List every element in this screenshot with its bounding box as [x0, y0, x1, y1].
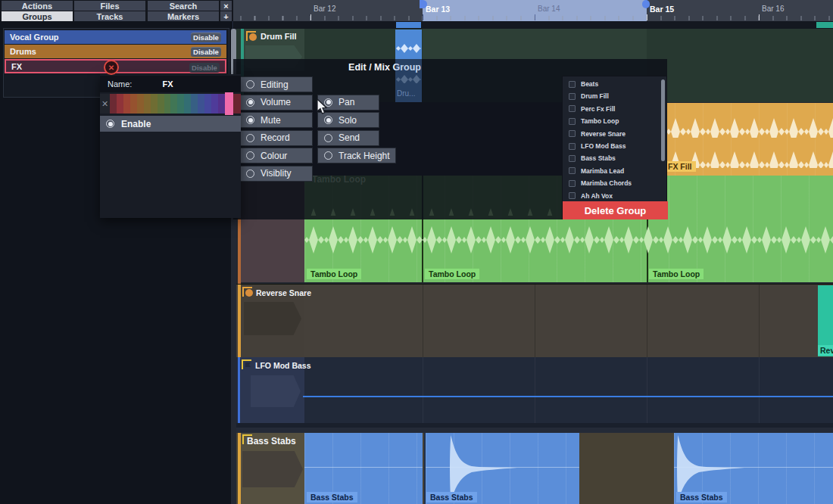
color-swatch[interactable]	[170, 94, 177, 114]
tab-actions[interactable]: Actions	[2, 1, 73, 11]
track-lane-reverse-snare[interactable]: Reverse Snare Rev	[236, 284, 833, 357]
option-label: Colour	[261, 151, 287, 161]
color-swatch[interactable]	[130, 94, 137, 114]
track-state-icon[interactable]	[245, 289, 253, 297]
option-mute[interactable]: Mute	[239, 112, 313, 128]
track-option-label: Tambo Loop	[581, 117, 619, 125]
radio-icon[interactable]	[246, 116, 254, 124]
radio-icon[interactable]	[324, 151, 332, 160]
option-editing[interactable]: Editing	[239, 76, 313, 92]
option-track-height[interactable]: Track Height	[317, 148, 396, 163]
track-checkbox-row[interactable]: Drum Fill	[569, 92, 609, 101]
checkbox[interactable]	[569, 180, 576, 187]
checkbox[interactable]	[569, 105, 576, 112]
track-header-reverse-snare[interactable]: Reverse Snare	[241, 285, 304, 357]
option-volume[interactable]: Volume	[239, 95, 313, 110]
color-swatch[interactable]	[177, 94, 184, 114]
disable-button[interactable]: Disable	[191, 33, 221, 42]
tab-tracks[interactable]: Tracks	[74, 11, 145, 21]
tab-groups[interactable]: Groups	[2, 11, 73, 21]
track-header-lfo-mod-bass[interactable]: LFO Mod Bass	[240, 357, 304, 423]
track-option-label: Ah Ah Vox	[581, 192, 613, 200]
group-row-vocal[interactable]: Vocal Group Disable	[5, 30, 226, 44]
color-swatch-selected[interactable]	[225, 92, 233, 115]
radio-icon[interactable]	[106, 120, 114, 128]
bar-label: Bar 13	[426, 5, 450, 14]
timeline-ruler[interactable]: Bar 12 Bar 13 Bar 14 Bar 15 Bar 16	[233, 0, 833, 22]
waveform	[304, 217, 833, 260]
option-visiblity[interactable]: Visiblity	[239, 166, 313, 182]
overview-clip-blue	[396, 22, 421, 28]
close-panel-icon[interactable]: ×	[220, 1, 232, 11]
track-checkbox-row[interactable]: Perc Fx Fill	[569, 104, 615, 114]
tab-markers[interactable]: Markers	[148, 11, 219, 21]
tab-files[interactable]: Files	[74, 1, 145, 11]
list-scrollbar[interactable]	[661, 79, 665, 161]
color-swatch[interactable]	[218, 94, 225, 114]
track-checkbox-row[interactable]: Marimba Chords	[569, 179, 632, 188]
tab-search[interactable]: Search	[148, 1, 219, 11]
automation-line[interactable]	[303, 396, 833, 397]
track-option-label: LFO Mod Bass	[581, 142, 626, 150]
color-swatch[interactable]	[110, 94, 117, 114]
color-swatch[interactable]	[151, 94, 158, 114]
clip-label: Tambo Loop	[649, 269, 704, 279]
waveform	[396, 74, 421, 83]
no-color-icon[interactable]: ✕	[100, 94, 110, 114]
radio-icon[interactable]	[324, 116, 332, 124]
color-swatch[interactable]	[158, 94, 164, 114]
color-swatch[interactable]	[211, 94, 218, 114]
enable-option[interactable]: Enable	[100, 116, 241, 132]
checkbox[interactable]	[569, 192, 576, 199]
color-swatch[interactable]	[191, 94, 198, 114]
track-checkbox-row[interactable]: LFO Mod Bass	[569, 142, 626, 151]
track-state-icon[interactable]	[249, 33, 257, 41]
color-swatch[interactable]	[117, 94, 123, 114]
ruler-ticks	[233, 16, 833, 20]
color-swatch[interactable]	[204, 94, 211, 114]
option-colour[interactable]: Colour	[239, 148, 313, 163]
checkbox[interactable]	[569, 118, 576, 125]
selection-end-handle[interactable]	[642, 0, 650, 8]
radio-icon[interactable]	[324, 134, 332, 142]
track-checkbox-row[interactable]: Reverse Snare	[569, 129, 626, 138]
checkbox[interactable]	[569, 167, 576, 174]
delete-group-button[interactable]: Delete Group	[563, 201, 668, 219]
track-checkbox-row[interactable]: Ah Ah Vox	[569, 191, 613, 201]
radio-icon[interactable]	[246, 170, 254, 178]
color-swatch[interactable]	[198, 94, 204, 114]
checkbox[interactable]	[569, 81, 576, 88]
color-swatch[interactable]	[144, 94, 151, 114]
color-swatch[interactable]	[123, 94, 130, 114]
option-send[interactable]: Send	[317, 130, 379, 146]
color-swatch[interactable]	[164, 94, 171, 114]
track-lane-lfo-mod-bass[interactable]: LFO Mod Bass	[236, 357, 833, 428]
group-name-value[interactable]: FX	[162, 79, 173, 89]
color-swatch[interactable]	[233, 94, 241, 114]
radio-icon[interactable]	[246, 80, 254, 89]
track-checkbox-row[interactable]: Tambo Loop	[569, 117, 619, 126]
track-header-bass-stabs[interactable]: Bass Stabs	[241, 433, 304, 504]
radio-icon[interactable]	[246, 98, 254, 107]
add-panel-icon[interactable]: +	[220, 11, 232, 21]
checkbox[interactable]	[569, 143, 576, 150]
track-checkbox-row[interactable]: Bass Stabs	[569, 154, 616, 163]
track-checkbox-row[interactable]: Beats	[569, 79, 598, 89]
radio-icon[interactable]	[246, 134, 254, 142]
track-lane-bass-stabs[interactable]: Bass Stabs Bass Stabs Bass Stabs Bass St…	[236, 428, 833, 504]
checkbox[interactable]	[569, 130, 576, 137]
remove-group-icon[interactable]: ✕	[104, 60, 119, 75]
color-picker-strip[interactable]: ✕	[100, 94, 241, 114]
radio-icon[interactable]	[246, 151, 254, 160]
color-swatch[interactable]	[137, 94, 144, 114]
option-record[interactable]: Record	[239, 130, 313, 146]
checkbox[interactable]	[569, 93, 576, 100]
track-checkbox-row[interactable]: Marimba Lead	[569, 166, 624, 176]
color-swatch[interactable]	[184, 94, 191, 114]
ghost-clip-label: Dru...	[397, 89, 415, 98]
bar-label: Bar 14	[538, 5, 560, 13]
checkbox[interactable]	[569, 155, 576, 162]
group-row-drums[interactable]: Drums Disable	[5, 45, 226, 58]
disable-button[interactable]: Disable	[191, 47, 221, 57]
track-name: LFO Mod Bass	[255, 361, 311, 370]
